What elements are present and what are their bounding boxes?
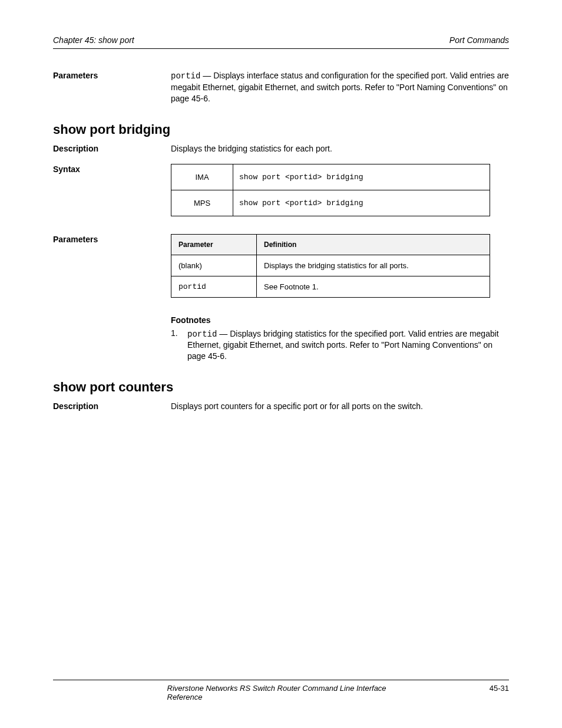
footnote-number: 1.: [171, 328, 187, 363]
parm-header-col1: Parameter: [171, 234, 257, 255]
description-block-0: Description Displays the bridging statis…: [53, 143, 509, 154]
section-title-bridging: show port bridging: [53, 122, 509, 137]
syntax-type-cell: IMA: [171, 164, 233, 190]
syntax-block-0: Syntax IMA show port <portid> bridging M…: [53, 164, 509, 225]
description-label-1: Description: [53, 401, 165, 411]
header-section: Port Commands: [449, 35, 509, 45]
table-row: (blank) Displays the bridging statistics…: [171, 255, 490, 276]
description-body-1: Displays port counters for a specific po…: [171, 401, 509, 412]
parm-name-cell: portid: [171, 276, 257, 297]
description-label-0: Description: [53, 143, 165, 153]
syntax-def-cell: show port <portid> bridging: [233, 190, 490, 216]
parameters-table-0: Parameter Definition (blank) Displays th…: [171, 234, 490, 298]
footnote-mono: portid: [187, 330, 217, 339]
parameters-body-mono: portid: [171, 71, 200, 81]
page-footer: Riverstone Networks RS Switch Router Com…: [53, 680, 509, 693]
footer-center: Riverstone Networks RS Switch Router Com…: [167, 684, 395, 701]
description-body-0: Displays the bridging statistics for eac…: [171, 143, 509, 154]
page-header: Chapter 45: show port Port Commands: [53, 35, 509, 49]
syntax-table-0: IMA show port <portid> bridging MPS show…: [171, 164, 490, 216]
footnote-body: — Displays bridging statistics for the s…: [187, 329, 499, 361]
syntax-type-cell: MPS: [171, 190, 233, 216]
footnotes-block-0: Footnotes 1. portid — Displays bridging …: [171, 315, 509, 363]
table-row: MPS show port <portid> bridging: [171, 190, 490, 216]
parameters-label-0: Parameters: [53, 234, 165, 244]
section-title-counters: show port counters: [53, 380, 509, 395]
syntax-def-cell: show port <portid> bridging: [233, 164, 490, 190]
footer-page-number: 45-31: [490, 684, 509, 693]
parameters-block: Parameters portid — Displays interface s…: [53, 70, 509, 104]
parameters-label: Parameters: [53, 70, 165, 80]
syntax-label-0: Syntax: [53, 164, 165, 174]
page-container: Chapter 45: show port Port Commands Para…: [0, 0, 562, 728]
table-row: portid See Footnote 1.: [171, 276, 490, 297]
footnote-item: 1. portid — Displays bridging statistics…: [171, 328, 509, 363]
footnotes-label-0: Footnotes: [171, 315, 509, 325]
parm-def-cell: See Footnote 1.: [257, 276, 490, 297]
table-header-row: Parameter Definition: [171, 234, 490, 255]
parm-name-cell: (blank): [171, 255, 257, 276]
parm-header-col2: Definition: [257, 234, 490, 255]
description-block-1: Description Displays port counters for a…: [53, 401, 509, 412]
header-chapter: Chapter 45: show port: [53, 35, 134, 45]
parameters-body: portid — Displays interface status and c…: [171, 70, 509, 104]
table-row: IMA show port <portid> bridging: [171, 164, 490, 190]
footnote-text: portid — Displays bridging statistics fo…: [187, 328, 509, 363]
parameters-body-text: — Displays interface status and configur…: [171, 71, 509, 103]
parm-def-cell: Displays the bridging statistics for all…: [257, 255, 490, 276]
parameters-block-0: Parameters Parameter Definition (blank) …: [53, 234, 509, 306]
